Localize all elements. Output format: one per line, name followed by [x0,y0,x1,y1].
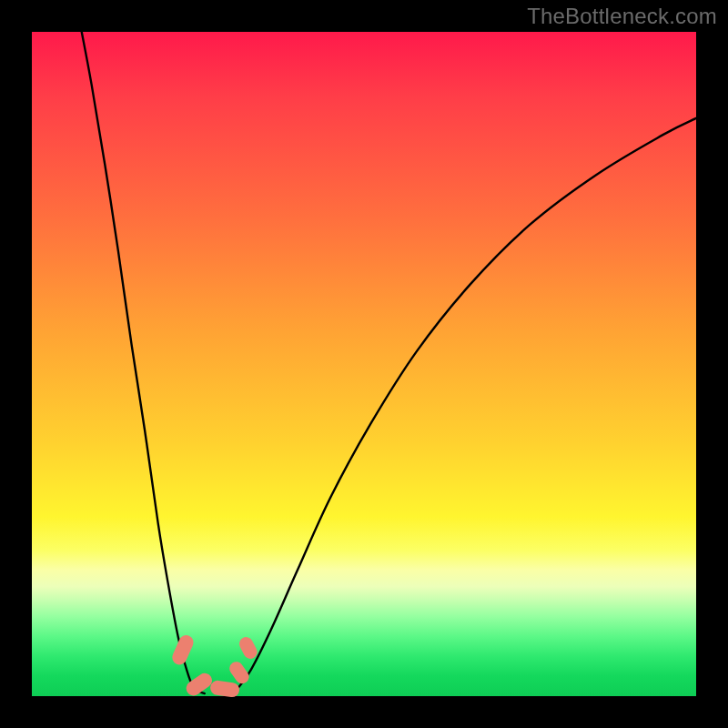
bottleneck-curve [32,32,696,696]
curve-right-branch [231,118,696,693]
curve-left-branch [82,32,205,693]
plot-area [32,32,696,696]
chart-frame: TheBottleneck.com [0,0,728,728]
watermark-text: TheBottleneck.com [527,4,717,29]
